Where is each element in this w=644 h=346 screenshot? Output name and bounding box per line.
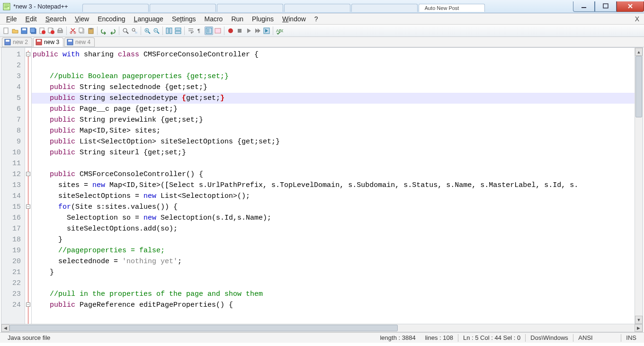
svg-rect-2 (4, 6, 9, 7)
svg-rect-30 (170, 28, 172, 34)
indent-guide-icon[interactable] (205, 27, 213, 35)
stop-macro-icon[interactable] (235, 27, 244, 35)
toolbar-separator (224, 27, 224, 35)
svg-rect-5 (603, 4, 608, 8)
toolbar-separator (97, 27, 98, 35)
doc-tab-active[interactable]: new 3 (33, 37, 63, 47)
close-button[interactable] (617, 1, 644, 12)
print-icon[interactable] (56, 27, 64, 35)
line-number-gutter[interactable]: 123456789101112131415161718192021222324 (1, 48, 25, 324)
menu-help[interactable]: ? (310, 14, 322, 24)
svg-rect-26 (135, 32, 137, 34)
svg-rect-37 (238, 29, 242, 33)
svg-rect-6 (4, 28, 8, 34)
undo-icon[interactable] (99, 27, 108, 35)
svg-point-12 (42, 30, 45, 34)
paste-icon[interactable] (87, 27, 95, 35)
svg-rect-3 (4, 8, 8, 8)
svg-rect-31 (175, 28, 181, 30)
unsaved-state-icon (36, 39, 42, 45)
status-language: Java source file (3, 334, 55, 341)
browser-tab[interactable] (150, 4, 216, 12)
browser-tab[interactable] (217, 4, 283, 12)
browser-tab[interactable] (82, 4, 149, 12)
status-eol: Dos\Windows (526, 334, 573, 341)
redo-icon[interactable] (108, 27, 117, 35)
menu-settings[interactable]: Settings (168, 14, 200, 24)
play-multi-icon[interactable] (253, 27, 262, 35)
save-macro-icon[interactable] (262, 27, 271, 35)
status-lines: lines : 108 (420, 334, 458, 341)
status-insert-mode: INS (621, 334, 641, 341)
sync-hscroll-icon[interactable] (174, 27, 182, 35)
editor: 123456789101112131415161718192021222324 … (1, 47, 643, 332)
toolbar-separator (273, 27, 273, 35)
svg-text:¶: ¶ (197, 28, 200, 34)
doc-tab-label: new 3 (44, 39, 59, 45)
scroll-left-icon[interactable]: ◀ (1, 324, 9, 332)
toolbar-separator (141, 27, 141, 35)
scroll-down-icon[interactable]: ▼ (635, 316, 643, 324)
doc-tab-label: new 2 (13, 39, 28, 45)
svg-rect-29 (166, 28, 169, 34)
svg-point-36 (228, 28, 233, 33)
scroll-right-icon[interactable]: ▶ (635, 324, 643, 332)
svg-rect-10 (30, 28, 35, 33)
menu-search[interactable]: Search (41, 14, 71, 24)
cut-icon[interactable] (69, 27, 77, 35)
svg-rect-32 (175, 31, 181, 34)
menu-encoding[interactable]: Encoding (93, 14, 129, 24)
menubar: File Edit Search View Encoding Language … (0, 13, 644, 25)
user-lang-icon[interactable] (214, 27, 222, 35)
close-file-icon[interactable] (38, 27, 46, 35)
scroll-up-icon[interactable]: ▲ (635, 48, 643, 56)
svg-rect-17 (59, 28, 62, 30)
doc-tab[interactable]: new 4 (64, 37, 95, 47)
open-file-icon[interactable] (11, 27, 19, 35)
browser-tab[interactable] (284, 4, 350, 12)
copy-icon[interactable] (78, 27, 86, 35)
new-file-icon[interactable] (2, 27, 10, 35)
save-all-icon[interactable] (29, 27, 37, 35)
status-encoding: ANSI (573, 334, 621, 341)
zoom-in-icon[interactable] (143, 27, 152, 35)
replace-icon[interactable] (130, 27, 139, 35)
browser-tab[interactable]: Auto New Post (419, 4, 485, 12)
menu-language[interactable]: Language (130, 14, 168, 24)
menu-run[interactable]: Run (227, 14, 248, 24)
doc-close-x[interactable]: X (635, 15, 639, 23)
svg-rect-43 (37, 40, 41, 42)
fold-column[interactable]: −−−− (25, 48, 32, 324)
all-chars-icon[interactable]: ¶ (196, 27, 204, 35)
vertical-scrollbar[interactable]: ▲ ▼ (635, 48, 643, 324)
doc-tab[interactable]: new 2 (2, 37, 32, 47)
horizontal-scrollbar[interactable]: ◀ ▶ (1, 324, 643, 332)
menu-macro[interactable]: Macro (200, 14, 227, 24)
record-macro-icon[interactable] (226, 27, 235, 35)
spellcheck-icon[interactable]: ABC (275, 27, 284, 35)
menu-view[interactable]: View (71, 14, 93, 24)
menu-plugins[interactable]: Plugins (248, 14, 278, 24)
toolbar: ¶ ABC (0, 25, 644, 37)
zoom-out-icon[interactable] (152, 27, 161, 35)
svg-rect-23 (89, 28, 92, 29)
find-icon[interactable] (121, 27, 130, 35)
doc-tab-label: new 4 (75, 39, 90, 45)
wordwrap-icon[interactable] (187, 27, 195, 35)
svg-rect-8 (22, 28, 26, 30)
titlebar: *new 3 - Notepad++ Auto New Post (0, 0, 644, 13)
menu-edit[interactable]: Edit (21, 14, 41, 24)
sync-vscroll-icon[interactable] (165, 27, 173, 35)
maximize-button[interactable] (595, 1, 617, 12)
menu-window[interactable]: Window (278, 14, 310, 24)
window-title: *new 3 - Notepad++ (13, 3, 78, 10)
play-macro-icon[interactable] (244, 27, 253, 35)
menu-file[interactable]: File (2, 14, 21, 24)
scroll-thumb[interactable] (9, 325, 398, 331)
save-icon[interactable] (20, 27, 28, 35)
code-area[interactable]: public with sharing class CMSForceConsol… (32, 48, 635, 324)
minimize-button[interactable] (573, 1, 595, 12)
close-all-icon[interactable] (47, 27, 55, 35)
scroll-thumb[interactable] (635, 56, 642, 117)
browser-tab[interactable] (351, 4, 418, 12)
